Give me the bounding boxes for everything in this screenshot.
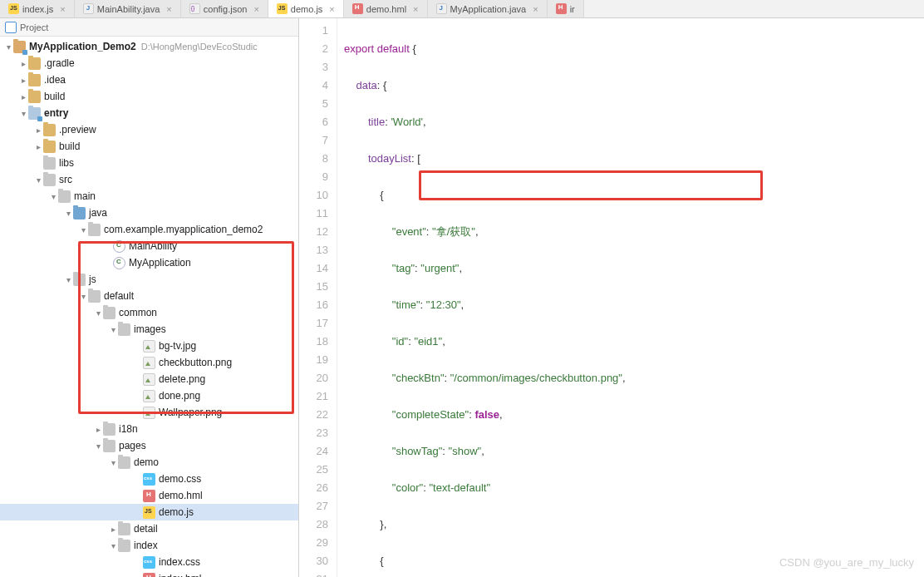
code-editor[interactable]: 1234567891011121314151617181920212223242… (299, 18, 924, 577)
folder-icon (28, 91, 41, 103)
tree-package[interactable]: ▾com.example.myapplication_demo2 (0, 221, 298, 238)
tree-pages[interactable]: ▾pages (0, 437, 298, 454)
chevron-right-icon[interactable]: ▸ (18, 59, 28, 68)
folder-icon (103, 423, 116, 436)
folder-icon (43, 174, 56, 186)
folder-icon (118, 323, 130, 336)
chevron-down-icon[interactable]: ▾ (48, 192, 58, 201)
tab-myapplication-java[interactable]: MyApplication.java× (428, 0, 548, 17)
folder-icon (103, 440, 116, 452)
project-path: D:\HongMeng\DevEcoStudic (141, 42, 258, 52)
tab-config-json[interactable]: config.json× (181, 0, 268, 17)
folder-icon (13, 41, 26, 53)
chevron-down-icon[interactable]: ▾ (63, 209, 73, 218)
json-icon (189, 3, 200, 14)
tree-item[interactable]: ▸build (0, 88, 298, 105)
code-content[interactable]: export default { data: { title: 'World',… (337, 18, 924, 577)
chevron-down-icon[interactable]: ▾ (78, 225, 88, 234)
css-icon (143, 473, 155, 486)
tree-file[interactable]: ▸index.css (0, 554, 298, 570)
tree-item[interactable]: ▸.idea (0, 72, 298, 88)
editor-tabs: index.js× MainAbility.java× config.json×… (0, 0, 924, 18)
tree-file[interactable]: ▸index.hml (0, 570, 298, 577)
folder-icon (73, 207, 86, 219)
tree-default[interactable]: ▾default (0, 288, 298, 304)
tree-item[interactable]: ▸build (0, 138, 298, 155)
chevron-right-icon[interactable]: ▸ (108, 525, 118, 534)
chevron-right-icon[interactable]: ▸ (93, 425, 103, 434)
chevron-down-icon[interactable]: ▾ (63, 275, 73, 284)
folder-icon (118, 540, 130, 552)
chevron-down-icon[interactable]: ▾ (18, 109, 28, 118)
tree-file[interactable]: ▸delete.png (0, 371, 298, 387)
tree-file[interactable]: ▸done.png (0, 387, 298, 404)
line-gutter: 1234567891011121314151617181920212223242… (299, 18, 337, 577)
close-icon[interactable]: × (413, 4, 418, 14)
tab-index-js[interactable]: index.js× (0, 0, 75, 17)
folder-icon (58, 190, 71, 203)
tree-index[interactable]: ▾index (0, 537, 298, 554)
close-icon[interactable]: × (166, 4, 171, 14)
class-icon (113, 240, 125, 253)
folder-icon (88, 290, 101, 303)
chevron-down-icon[interactable]: ▾ (93, 308, 103, 318)
module-icon (28, 107, 41, 120)
close-icon[interactable]: × (329, 4, 334, 14)
tree-file[interactable]: ▸bg-tv.jpg (0, 338, 298, 354)
project-tool-label[interactable]: Project (0, 18, 298, 37)
tree-item[interactable]: ▸.preview (0, 121, 298, 138)
tree-main[interactable]: ▾main (0, 188, 298, 205)
tree-detail[interactable]: ▸detail (0, 520, 298, 537)
tree-js[interactable]: ▾js (0, 271, 298, 288)
tree-class[interactable]: ▸MainAbility (0, 238, 298, 254)
chevron-right-icon[interactable]: ▸ (18, 76, 28, 85)
tree-entry[interactable]: ▾entry (0, 105, 298, 121)
hml-icon (143, 573, 155, 578)
chevron-right-icon[interactable]: ▸ (33, 142, 43, 151)
tree-common[interactable]: ▾common (0, 304, 298, 321)
tree-i18n[interactable]: ▸i18n (0, 421, 298, 437)
folder-icon (73, 274, 86, 286)
folder-icon (103, 307, 116, 319)
hml-icon (556, 3, 567, 14)
class-icon (113, 257, 125, 269)
tree-item[interactable]: ▸.gradle (0, 55, 298, 72)
tree-file[interactable]: ▸demo.css (0, 471, 298, 487)
folder-icon (43, 141, 56, 153)
chevron-down-icon[interactable]: ▾ (3, 42, 13, 52)
tree-class[interactable]: ▸MyApplication (0, 254, 298, 271)
tree-file[interactable]: ▸Wallpaper.png (0, 404, 298, 421)
close-icon[interactable]: × (253, 4, 258, 14)
chevron-down-icon[interactable]: ▾ (108, 325, 118, 334)
folder-icon (28, 74, 41, 86)
tab-ir[interactable]: ir (548, 0, 584, 17)
js-icon (143, 506, 155, 519)
tree-root[interactable]: ▾MyApplication_Demo2D:\HongMeng\DevEcoSt… (0, 38, 298, 55)
chevron-right-icon[interactable]: ▸ (33, 126, 43, 135)
tree-demo[interactable]: ▾demo (0, 454, 298, 471)
chevron-down-icon[interactable]: ▾ (108, 541, 118, 550)
tree-java[interactable]: ▾java (0, 205, 298, 221)
tree-file[interactable]: ▸demo.hml (0, 487, 298, 504)
tab-demo-hml[interactable]: demo.hml× (344, 0, 428, 17)
tab-main-ability[interactable]: MainAbility.java× (75, 0, 181, 17)
tree-images[interactable]: ▾images (0, 321, 298, 338)
chevron-right-icon[interactable]: ▸ (18, 92, 28, 101)
tree-file-selected[interactable]: ▸demo.js (0, 504, 298, 520)
chevron-down-icon[interactable]: ▾ (78, 292, 88, 301)
chevron-down-icon[interactable]: ▾ (33, 175, 43, 185)
tree-file[interactable]: ▸checkbutton.png (0, 354, 298, 371)
tab-demo-js[interactable]: demo.js× (268, 0, 344, 17)
close-icon[interactable]: × (60, 4, 65, 14)
hml-icon (143, 490, 155, 502)
chevron-down-icon[interactable]: ▾ (93, 441, 103, 451)
folder-icon (43, 157, 56, 170)
close-icon[interactable]: × (533, 4, 538, 14)
project-icon (5, 22, 17, 33)
folder-icon (118, 523, 130, 535)
chevron-down-icon[interactable]: ▾ (108, 458, 118, 467)
js-icon (8, 3, 19, 14)
image-icon (143, 390, 155, 402)
tree-src[interactable]: ▾src (0, 171, 298, 188)
tree-item[interactable]: ▸libs (0, 155, 298, 171)
